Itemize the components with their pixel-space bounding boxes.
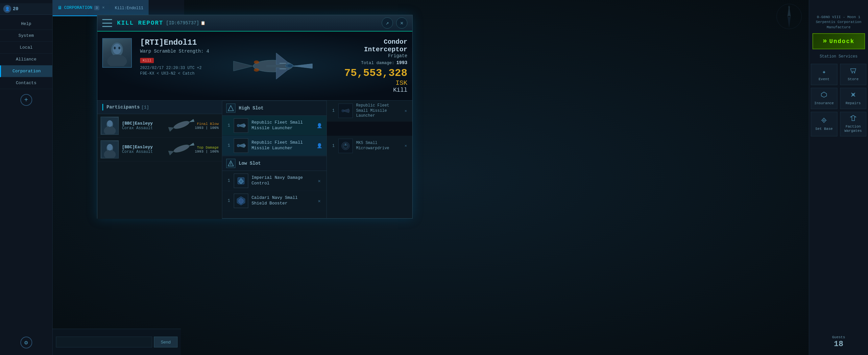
participant-avatar-2 — [101, 140, 119, 158]
participant-stats-2: Top Damage 1993 | 100% — [195, 146, 219, 154]
right-nav-insurance[interactable]: Insurance — [811, 88, 837, 109]
close-icon-destroyed-high-1[interactable]: ✕ — [402, 107, 409, 114]
isk-value: 75,553,328 — [344, 67, 407, 79]
guests-label: Guests — [832, 335, 845, 340]
faction-wargates-label: Faction Wargates — [842, 125, 865, 133]
chat-input[interactable] — [56, 336, 152, 348]
svg-point-3 — [114, 47, 116, 49]
close-icon-low-2[interactable]: ✕ — [315, 197, 323, 205]
destroyed-count-high-1: 1 — [330, 108, 337, 113]
svg-point-41 — [342, 109, 344, 112]
svg-point-50 — [854, 72, 855, 73]
final-blow-label: Final Blow — [195, 122, 219, 126]
chat-tab-area: 🖥 CORPORATION 3 × Kill:Endol11 — [53, 0, 184, 17]
high-slot-header: High Slot — [222, 101, 327, 116]
guests-section: Guests 18 — [832, 335, 845, 348]
sidebar-top-bar: 👤 20 — [0, 3, 52, 15]
ship-image-area — [212, 32, 333, 100]
pilot-icon-2[interactable]: 👤 — [315, 142, 323, 150]
dialog-title: KILL REPORT — [117, 20, 163, 26]
participant-item-2[interactable]: [BBC]Easleyy Corax Assault Top Damage — [97, 138, 222, 161]
low-slot-item-icon-2 — [234, 194, 248, 208]
svg-point-17 — [107, 120, 113, 127]
menu-icon[interactable] — [102, 19, 112, 27]
damage-stat-1: 1993 | 100% — [195, 126, 219, 130]
user-count: 20 — [13, 6, 19, 11]
high-slot-item-1[interactable]: 1 Republic Fleet Small Missile Launcher … — [222, 116, 327, 136]
set-base-label: Set Base — [815, 127, 833, 131]
damage-value-2: 1993 — [195, 150, 203, 154]
undock-button[interactable]: » Undock — [812, 33, 865, 49]
participant-ship-2: Corax Assault — [122, 150, 168, 154]
right-nav-event[interactable]: ✦ Event — [811, 64, 837, 85]
header-accent — [102, 104, 103, 110]
sidebar-item-help[interactable]: Help — [0, 18, 52, 30]
participant-info-1: [BBC]Easleyy Corax Assault — [122, 121, 168, 130]
close-icon-destroyed-low-1[interactable]: ✕ — [402, 143, 409, 149]
pilot-icon-1[interactable]: 👤 — [315, 122, 323, 130]
high-slot-item-icon-2 — [234, 138, 248, 153]
svg-point-1 — [107, 55, 127, 66]
close-dialog-button[interactable]: ✕ — [396, 18, 407, 29]
close-icon-low-1[interactable]: ✕ — [315, 177, 323, 185]
sidebar-item-alliance[interactable]: Alliance — [0, 54, 52, 65]
screen-icon: 🖥 — [58, 5, 62, 10]
external-link-button[interactable]: ↗ — [382, 18, 393, 29]
destroyed-count-low-1: 1 — [330, 143, 337, 148]
damage-value-1: 1993 — [195, 126, 203, 130]
tab-kill-label: Kill:Endol11 — [115, 6, 143, 10]
chat-send-button[interactable]: Send — [154, 336, 178, 348]
participant-info-2: [BBC]Easleyy Corax Assault — [122, 144, 168, 154]
sidebar-item-local[interactable]: Local — [0, 42, 52, 54]
high-slot-count-1: 1 — [225, 123, 232, 128]
top-damage-label: Top Damage — [195, 146, 219, 150]
right-nav-grid: ✦ Event Store Insurance — [809, 62, 868, 138]
svg-marker-51 — [821, 92, 827, 97]
high-slot-item-2[interactable]: 1 Republic Fleet Small Missile Launcher … — [222, 136, 327, 156]
participant-name-1: [BBC]Easleyy — [122, 121, 168, 126]
pilot-avatar — [102, 38, 132, 68]
low-slot-item-2[interactable]: 1 Caldari Navy Small Shield Booster ✕ — [222, 191, 327, 211]
kill-report-dialog: KILL REPORT [ID:6795737] 📋 ↗ ✕ — [97, 15, 413, 219]
station-type: Manufacture — [816, 25, 861, 30]
svg-point-36 — [240, 180, 242, 183]
ship-type: Frigate — [338, 53, 407, 59]
damage-stat-2: 1993 | 100% — [195, 150, 219, 154]
store-icon — [850, 67, 857, 76]
low-slot-count-2: 1 — [225, 198, 232, 203]
add-channel-button[interactable]: + — [20, 94, 32, 106]
tab-kill-report[interactable]: Kill:Endol11 — [110, 0, 148, 16]
pilot-location: F9E-KX < UX3-N2 < Catch — [140, 71, 209, 76]
right-nav-store[interactable]: Store — [840, 64, 867, 85]
sidebar-item-contacts[interactable]: Contacts — [0, 77, 52, 89]
right-nav-repairs[interactable]: Repairs — [840, 88, 867, 109]
fit-left-column: High Slot 1 Republic Fleet Small Missile… — [222, 101, 327, 219]
low-slot-item-icon-1 — [234, 173, 248, 188]
tab-corporation[interactable]: 🖥 CORPORATION 3 × — [53, 0, 110, 16]
svg-point-18 — [173, 120, 190, 130]
copy-icon[interactable]: 📋 — [200, 21, 206, 26]
participants-panel: Participants [1] [BBC]Easleyy Corax Assa… — [97, 101, 222, 219]
svg-point-23 — [173, 143, 190, 154]
tab-close-button[interactable]: × — [102, 5, 104, 10]
svg-point-4 — [118, 47, 120, 49]
participant-ship-img-1 — [168, 117, 195, 135]
participant-name-2: [BBC]Easleyy — [122, 144, 168, 150]
destroyed-high-1[interactable]: 1 Republic Fleet Small Missile Launcher … — [327, 101, 412, 122]
svg-point-11 — [288, 64, 292, 67]
sidebar-item-system[interactable]: System — [0, 30, 52, 42]
participant-avatar-1 — [101, 117, 119, 135]
low-slot-title: Low Slot — [239, 161, 261, 166]
participant-stats-1: Final Blow 1993 | 100% — [195, 122, 219, 130]
right-nav-faction-wargates[interactable]: Faction Wargates — [840, 112, 867, 136]
sidebar-item-corporation[interactable]: Corporation — [0, 65, 52, 77]
high-slot-count-2: 1 — [225, 143, 232, 148]
right-nav-set-base[interactable]: Set Base — [811, 112, 837, 136]
svg-rect-13 — [279, 68, 286, 69]
participant-item[interactable]: [BBC]Easleyy Corax Assault Final Blow — [97, 114, 222, 138]
compass-icon: N — [776, 3, 802, 30]
faction-icon — [850, 115, 857, 123]
low-slot-item-1[interactable]: 1 Imperial Navy Damage Control ✕ — [222, 171, 327, 191]
destroyed-low-1[interactable]: 1 MK5 Small Microwarpdrive ✕ — [327, 136, 412, 156]
settings-button[interactable]: ⚙ — [20, 336, 32, 348]
